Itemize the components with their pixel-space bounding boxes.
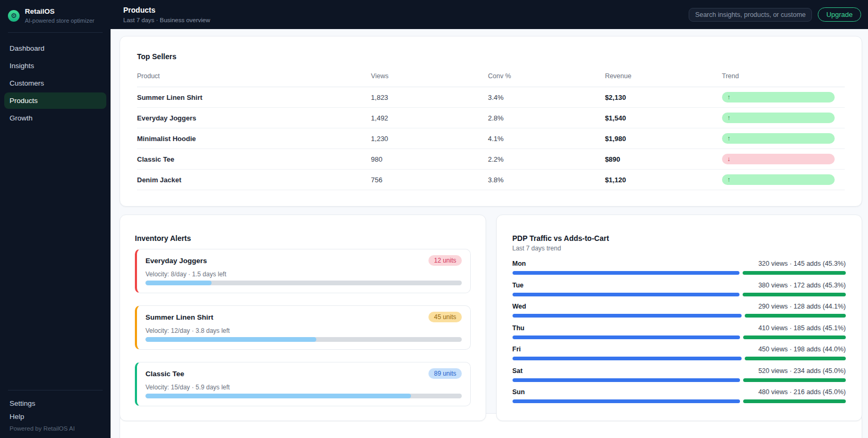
cell-product: Denim Jacket <box>137 176 371 184</box>
trend-up-badge: ↑ <box>722 133 835 144</box>
stock-progress-fill <box>145 394 411 398</box>
views-bar <box>513 357 742 360</box>
pdp-row-header: Sun480 views · 216 adds (45.0%) <box>513 388 846 396</box>
cell-trend: ↓ <box>722 154 845 164</box>
main-column: Products Last 7 days · Business overview… <box>111 0 868 438</box>
alert-velocity-label: Velocity: 12/day · 3.8 days left <box>145 327 462 334</box>
app-name: RetailOS <box>25 7 94 16</box>
sidebar-item-insights[interactable]: Insights <box>4 58 106 74</box>
brand: ⚙ RetailOS AI-powered store optimizer <box>4 7 106 24</box>
pdp-stats-label: 290 views · 128 adds (44.1%) <box>759 303 846 310</box>
inventory-alerts-list: Everyday Joggers12 unitsVelocity: 8/day … <box>135 249 471 406</box>
alert-product-name: Summer Linen Shirt <box>145 313 213 321</box>
cell-trend: ↑ <box>722 113 845 123</box>
pdp-day-label: Tue <box>513 282 524 289</box>
pdp-row-header: Tue380 views · 172 adds (45.3%) <box>513 282 846 289</box>
adds-bar <box>743 293 846 296</box>
alert-velocity-label: Velocity: 8/day · 1.5 days left <box>145 271 462 278</box>
adds-bar <box>745 357 846 360</box>
pdp-stats-label: 380 views · 172 adds (45.3%) <box>759 282 846 289</box>
content-area: Top Sellers Product Views Conv % Revenue… <box>111 29 868 438</box>
cell-revenue: $1,980 <box>605 135 722 143</box>
cell-revenue: $1,120 <box>605 176 722 184</box>
cell-product: Classic Tee <box>137 155 371 163</box>
pdp-bars <box>513 293 846 296</box>
pdp-day-label: Fri <box>513 346 521 353</box>
app-logo-gear-icon: ⚙ <box>8 10 20 22</box>
sidebar-item-products[interactable]: Products <box>4 92 106 109</box>
stock-progress-fill <box>145 281 212 285</box>
top-sellers-card: Top Sellers Product Views Conv % Revenue… <box>120 36 862 207</box>
col-header-views: Views <box>371 72 488 80</box>
cell-trend: ↑ <box>722 92 845 102</box>
pdp-bars <box>513 399 846 403</box>
upgrade-button[interactable]: Upgrade <box>818 7 861 22</box>
cell-revenue: $2,130 <box>605 94 722 101</box>
stock-progress-track <box>145 281 462 285</box>
cell-revenue: $1,540 <box>605 114 722 122</box>
table-row: Classic Tee9802.2%$890↓ <box>137 149 845 170</box>
pdp-stats-label: 320 views · 145 adds (45.3%) <box>759 260 846 267</box>
arrow-up-icon: ↑ <box>727 94 730 101</box>
views-bar <box>513 336 740 339</box>
cell-conv: 4.1% <box>488 135 605 143</box>
pdp-row-header: Sat520 views · 234 adds (45.0%) <box>513 367 846 375</box>
pdp-bars <box>513 271 846 275</box>
brand-text: RetailOS AI-powered store optimizer <box>25 7 94 24</box>
col-header-trend: Trend <box>722 72 845 80</box>
pdp-traffic-card: PDP Traffic vs Adds-to-Cart Last 7 days … <box>496 215 863 421</box>
inventory-alerts-card: Inventory Alerts Everyday Joggers12 unit… <box>120 215 486 421</box>
pdp-row-header: Thu410 views · 185 adds (45.1%) <box>513 324 846 332</box>
pdp-day-label: Sun <box>513 388 525 396</box>
units-badge: 89 units <box>428 368 461 379</box>
sidebar-link-help[interactable]: Help <box>4 410 106 423</box>
cell-conv: 3.4% <box>488 94 605 101</box>
sidebar-link-settings[interactable]: Settings <box>4 397 106 410</box>
pdp-day-row: Sat520 views · 234 adds (45.0%) <box>513 367 846 382</box>
header-actions: Upgrade <box>689 7 861 22</box>
alert-header: Summer Linen Shirt45 units <box>145 312 462 322</box>
powered-by-label: Powered by RetailOS AI <box>4 423 106 432</box>
sidebar-footer: SettingsHelp Powered by RetailOS AI <box>4 381 106 432</box>
adds-bar <box>745 314 846 318</box>
trend-down-badge: ↓ <box>722 154 835 164</box>
col-header-revenue: Revenue <box>605 72 722 80</box>
bottom-row: Inventory Alerts Everyday Joggers12 unit… <box>120 215 862 403</box>
alert-header: Everyday Joggers12 units <box>145 255 462 266</box>
inventory-alert-item: Everyday Joggers12 unitsVelocity: 8/day … <box>135 249 471 293</box>
arrow-up-icon: ↑ <box>727 135 730 142</box>
units-badge: 45 units <box>428 312 461 322</box>
views-bar <box>513 399 741 403</box>
table-row: Everyday Joggers1,4922.8%$1,540↑ <box>137 108 845 128</box>
header-titles: Products Last 7 days · Business overview <box>123 6 210 23</box>
table-row: Summer Linen Shirt1,8233.4%$2,130↑ <box>137 87 845 108</box>
sidebar: ⚙ RetailOS AI-powered store optimizer Da… <box>0 0 111 438</box>
page-title: Products <box>123 6 210 15</box>
alert-velocity-label: Velocity: 15/day · 5.9 days left <box>145 384 462 391</box>
arrow-down-icon: ↓ <box>727 155 730 163</box>
pdp-day-row: Fri450 views · 198 adds (44.0%) <box>513 346 846 360</box>
pdp-row-header: Mon320 views · 145 adds (45.3%) <box>513 260 846 267</box>
cell-conv: 2.2% <box>488 155 605 163</box>
cell-product: Summer Linen Shirt <box>137 94 371 101</box>
sidebar-footer-divider <box>8 390 103 390</box>
page-subtitle: Last 7 days · Business overview <box>123 17 210 23</box>
inventory-alerts-title: Inventory Alerts <box>135 234 471 243</box>
views-bar <box>513 314 742 318</box>
pdp-day-label: Mon <box>513 260 526 267</box>
pdp-traffic-subtitle: Last 7 days trend <box>513 245 846 252</box>
cell-product: Minimalist Hoodie <box>137 135 371 143</box>
sidebar-item-growth[interactable]: Growth <box>4 110 106 126</box>
sidebar-item-dashboard[interactable]: Dashboard <box>4 40 106 57</box>
trend-up-badge: ↑ <box>722 92 835 102</box>
sidebar-item-customers[interactable]: Customers <box>4 75 106 91</box>
pdp-day-row: Wed290 views · 128 adds (44.1%) <box>513 303 846 318</box>
cell-views: 1,230 <box>371 135 488 143</box>
cell-views: 756 <box>371 176 488 184</box>
search-input[interactable] <box>689 8 812 22</box>
cell-conv: 2.8% <box>488 114 605 122</box>
pdp-stats-label: 480 views · 216 adds (45.0%) <box>759 388 846 396</box>
stock-progress-track <box>145 394 462 398</box>
pdp-traffic-rows: Mon320 views · 145 adds (45.3%)Tue380 vi… <box>513 260 846 403</box>
top-sellers-table-header: Product Views Conv % Revenue Trend <box>137 72 845 87</box>
